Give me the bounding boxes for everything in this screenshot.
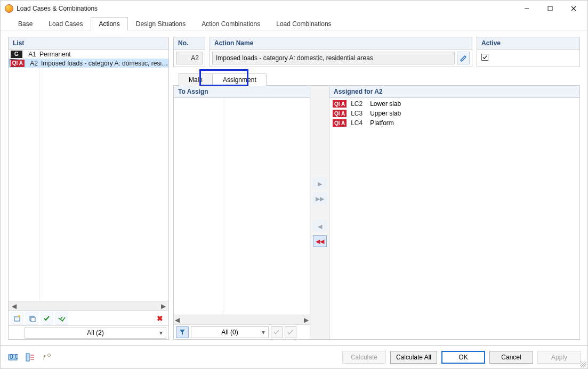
tab-design-situations[interactable]: Design Situations [128, 17, 194, 30]
list-filter-combo[interactable]: All (2) ▾ [25, 327, 166, 339]
badge-icon: QI A [333, 119, 347, 127]
no-value: A2 [176, 52, 203, 64]
list-header: List [9, 37, 168, 50]
scroll-left-icon[interactable]: ◀ [10, 302, 18, 310]
minimize-button[interactable] [515, 1, 538, 16]
assigned-header: Assigned for A2 [329, 86, 579, 98]
function-icon[interactable]: f [41, 351, 53, 363]
badge-permanent: G [11, 51, 22, 58]
action-name-input[interactable] [212, 52, 455, 64]
svg-rect-4 [14, 317, 20, 321]
no-box: No. A2 [173, 37, 205, 67]
window-buttons [515, 1, 585, 16]
check-all-button[interactable] [55, 312, 68, 325]
list-name: Imposed loads - category A: domestic, re… [41, 60, 168, 67]
tab-load-cases[interactable]: Load Cases [41, 17, 91, 30]
delete-button[interactable]: ✖ [154, 312, 166, 325]
list-row-a2[interactable]: QI A A2 Imposed loads - category A: dome… [9, 59, 168, 68]
list-toolbar: ✖ [9, 310, 168, 325]
svg-text:0,00: 0,00 [10, 353, 18, 360]
svg-line-8 [288, 330, 293, 335]
svg-point-5 [18, 315, 20, 317]
assigned-row-lc4[interactable]: QI A LC4 Platform [333, 118, 576, 128]
assigned-name: Lower slab [370, 100, 401, 108]
svg-text:f: f [43, 354, 46, 362]
filter-button[interactable] [176, 326, 189, 338]
units-icon[interactable]: 0,00 [7, 351, 19, 363]
scroll-left-icon[interactable]: ◀ [175, 316, 180, 324]
assigned-row-lc3[interactable]: QI A LC3 Upper slab [333, 109, 576, 118]
tab-action-combinations[interactable]: Action Combinations [194, 17, 268, 30]
move-left-button[interactable]: ◀ [313, 220, 327, 232]
move-all-left-button[interactable]: ◀◀ [313, 235, 327, 247]
badge-imposed: QI A [11, 60, 25, 67]
list-area[interactable]: G A1 Permanent QI A A2 Imposed loads - c… [9, 50, 168, 301]
footer-buttons: Calculate Calculate All OK Cancel Apply [342, 351, 581, 364]
active-box: Active [477, 37, 580, 67]
assign-transfer-buttons: ▶ ▶▶ ◀ ◀◀ [310, 86, 329, 339]
active-checkbox[interactable] [481, 54, 488, 61]
subtab-bar: Main Assignment [173, 72, 580, 86]
to-assign-column: To Assign ◀ ▶ All (0) ▾ [174, 86, 310, 339]
no-header: No. [174, 37, 205, 50]
list-code: A2 [28, 60, 38, 67]
select-all-button[interactable] [271, 326, 283, 338]
list-hscrollbar[interactable]: ◀ ▶ [9, 301, 168, 310]
svg-rect-7 [31, 317, 35, 322]
move-right-button[interactable]: ▶ [313, 178, 327, 190]
assigned-code: LC4 [351, 119, 366, 127]
to-assign-list[interactable] [174, 98, 310, 315]
to-assign-hscrollbar[interactable]: ◀ ▶ [174, 315, 310, 324]
tab-load-combinations[interactable]: Load Combinations [268, 17, 339, 30]
calculate-button[interactable]: Calculate [342, 351, 386, 364]
assigned-code: LC2 [351, 100, 366, 108]
calculate-all-button[interactable]: Calculate All [390, 351, 437, 364]
ok-button[interactable]: OK [441, 351, 485, 364]
select-inverse-button[interactable] [285, 326, 296, 338]
cancel-button[interactable]: Cancel [489, 351, 533, 364]
details-icon[interactable] [24, 351, 36, 363]
assigned-name: Upper slab [370, 110, 401, 117]
chevron-down-icon: ▾ [159, 329, 163, 337]
copy-item-button[interactable] [26, 312, 38, 325]
tab-base[interactable]: Base [10, 17, 41, 30]
window-title: Load Cases & Combinations [17, 5, 515, 12]
to-assign-divider [223, 98, 223, 315]
assigned-code: LC3 [351, 110, 366, 117]
list-row-a1[interactable]: G A1 Permanent [9, 50, 168, 59]
maximize-button[interactable] [538, 1, 562, 16]
footer: 0,00 f Calculate Calculate All OK Cancel… [1, 345, 587, 368]
svg-rect-11 [26, 354, 29, 361]
list-name: Permanent [39, 51, 71, 58]
tab-actions[interactable]: Actions [91, 17, 127, 30]
close-button[interactable] [562, 1, 585, 16]
assigned-list[interactable]: QI A LC2 Lower slab QI A LC3 Upper slab … [329, 98, 579, 339]
to-assign-filter-text: All (0) [221, 329, 238, 336]
to-assign-header: To Assign [174, 86, 310, 98]
badge-icon: QI A [333, 100, 347, 108]
to-assign-filter-row: All (0) ▾ [174, 324, 310, 339]
new-item-button[interactable] [11, 312, 23, 325]
resize-grip[interactable] [580, 361, 586, 367]
content-area: List G A1 Permanent QI A A2 Imposed load… [1, 31, 587, 345]
assigned-column: Assigned for A2 QI A LC2 Lower slab QI A… [329, 86, 579, 339]
app-icon [5, 4, 13, 13]
apply-button[interactable]: Apply [537, 351, 581, 364]
footer-left-icons: 0,00 f [7, 351, 53, 363]
move-all-right-button[interactable]: ▶▶ [313, 193, 327, 204]
scroll-right-icon[interactable]: ▶ [159, 302, 167, 310]
to-assign-filter-combo[interactable]: All (0) ▾ [191, 326, 269, 338]
badge-icon: QI A [333, 110, 347, 117]
check-one-button[interactable] [41, 312, 53, 325]
subtab-assignment[interactable]: Assignment [213, 73, 267, 86]
subtab-main[interactable]: Main [179, 73, 213, 86]
properties-row: No. A2 Action Name Active [173, 37, 580, 67]
active-header: Active [477, 37, 579, 50]
assigned-row-lc2[interactable]: QI A LC2 Lower slab [333, 99, 576, 109]
action-name-box: Action Name [210, 37, 472, 67]
scroll-right-icon[interactable]: ▶ [304, 316, 309, 324]
titlebar: Load Cases & Combinations [1, 1, 587, 17]
edit-name-button[interactable] [457, 52, 470, 64]
list-code: A1 [26, 51, 36, 58]
list-panel: List G A1 Permanent QI A A2 Imposed load… [8, 37, 169, 340]
